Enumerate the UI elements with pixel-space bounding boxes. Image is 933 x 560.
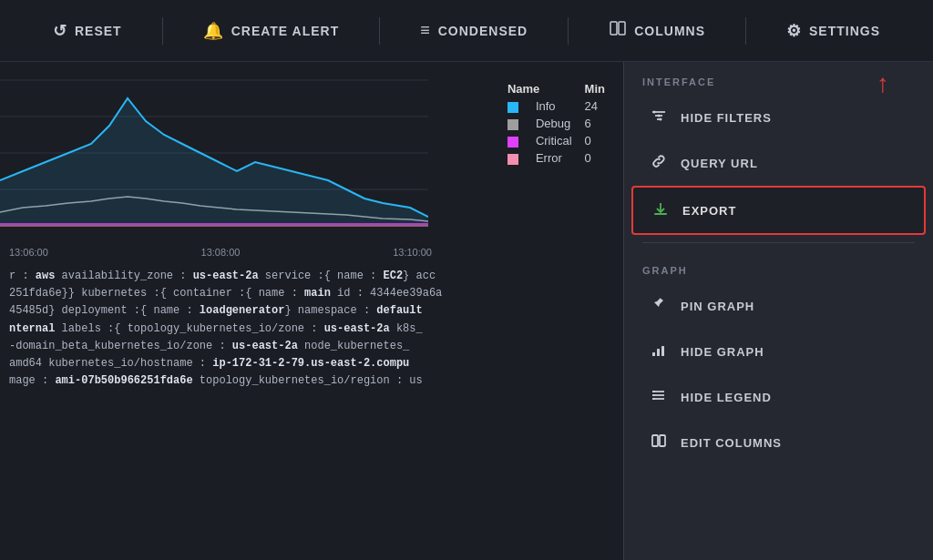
svg-rect-17 [661,346,664,356]
svg-rect-25 [660,435,665,446]
log-line-6: amd64 kubernetes_io/hostname : ip-172-31… [9,355,614,372]
debug-color [508,119,518,130]
toolbar-divider-4 [745,17,746,45]
reset-icon: ↺ [53,21,67,41]
condensed-button[interactable]: ≡ CONDENSED [409,14,538,47]
svg-rect-21 [652,391,655,392]
svg-rect-1 [619,22,625,35]
edit-columns-item[interactable]: EDIT COLUMNS [631,420,926,465]
x-label-3: 13:10:00 [393,247,432,258]
pin-graph-item[interactable]: PIN GRAPH [631,283,926,329]
hide-graph-item[interactable]: HIDE GRAPH [631,329,926,374]
export-icon [651,200,670,220]
x-label-1: 13:06:00 [9,247,48,258]
query-url-icon [650,153,668,173]
legend-min-header: Min [581,80,614,97]
query-url-label: QUERY URL [681,157,758,170]
create-alert-label: CREATE ALERT [231,24,340,38]
svg-point-11 [653,111,656,114]
logs-area: r : aws availability_zone : us-east-2a s… [0,262,623,395]
log-line-3: 45485d} deployment :{ name : loadgenerat… [9,302,614,320]
log-line-2: 251fda6e}} kubernetes :{ container :{ na… [9,285,614,302]
toolbar-divider-3 [568,17,569,45]
svg-point-12 [658,115,661,117]
log-line-1: r : aws availability_zone : us-east-2a s… [9,268,614,285]
svg-marker-7 [0,98,428,226]
error-color [508,154,518,165]
chart-svg [0,71,428,230]
export-label: EXPORT [682,204,736,218]
section-divider [642,242,915,243]
legend-table: Name Min Info 24 Debug 6 [504,80,614,167]
legend-row-critical: Critical 0 [504,132,614,149]
create-alert-button[interactable]: 🔔 CREATE ALERT [192,14,351,48]
graph-section-header: GRAPH [624,250,933,283]
hide-legend-label: HIDE LEGEND [681,391,772,404]
hide-graph-icon [650,341,668,361]
critical-label: Critical [532,132,581,149]
hide-filters-icon [650,107,668,127]
error-label: Error [532,149,581,167]
main-content: 13:06:00 13:08:00 13:10:00 Name Min [0,62,933,560]
export-item[interactable]: EXPORT [631,186,926,235]
settings-button[interactable]: ⚙ SETTINGS [775,14,891,48]
info-label: Info [532,97,581,115]
pin-graph-icon [650,296,668,316]
critical-color [508,137,518,148]
svg-rect-24 [652,435,658,446]
log-line-4: nternal labels :{ topology_kubernetes_io… [9,321,614,338]
alert-icon: 🔔 [203,21,224,41]
hide-legend-icon [650,387,668,407]
toolbar-divider-1 [162,17,163,45]
info-color [508,102,518,113]
left-panel: 13:06:00 13:08:00 13:10:00 Name Min [0,62,623,560]
legend-row-error: Error 0 [504,149,614,167]
columns-icon [609,19,627,42]
svg-rect-15 [652,352,655,356]
reset-button[interactable]: ↺ RESET [42,14,133,48]
log-line-7: mage : ami-07b50b966251fda6e topology_ku… [9,372,614,390]
edit-columns-label: EDIT COLUMNS [681,436,782,450]
edit-columns-icon [650,433,668,453]
pin-graph-label: PIN GRAPH [681,300,754,313]
svg-rect-23 [652,398,655,400]
hide-legend-item[interactable]: HIDE LEGEND [631,374,926,420]
legend-name-header: Name [504,80,581,97]
chart-legend: Name Min Info 24 Debug 6 [504,80,614,167]
settings-icon: ⚙ [786,21,802,41]
columns-button[interactable]: COLUMNS [598,12,716,49]
legend-row-debug: Debug 6 [504,115,614,132]
settings-arrow: ↑ [877,69,889,98]
error-value: 0 [581,149,614,167]
query-url-item[interactable]: QUERY URL [631,140,926,186]
hide-filters-label: HIDE FILTERS [681,111,772,125]
info-value: 24 [581,97,614,115]
svg-rect-22 [652,394,655,396]
legend-row-info: Info 24 [504,97,614,115]
hide-filters-item[interactable]: HIDE FILTERS [631,95,926,140]
svg-rect-0 [610,22,617,35]
svg-rect-14 [654,213,667,215]
toolbar: ↺ RESET 🔔 CREATE ALERT ≡ CONDENSED COLUM… [0,0,933,62]
hide-graph-label: HIDE GRAPH [681,345,764,359]
debug-label: Debug [532,115,581,132]
x-label-2: 13:08:00 [201,247,241,258]
svg-rect-16 [657,349,660,356]
critical-value: 0 [581,132,614,149]
reset-label: RESET [75,24,122,38]
debug-value: 6 [581,115,614,132]
condensed-icon: ≡ [420,21,431,40]
dropdown-panel: ↑ INTERFACE HIDE FILTERS [623,62,933,560]
toolbar-divider-2 [379,17,380,45]
chart-area: 13:06:00 13:08:00 13:10:00 Name Min [0,62,623,262]
svg-point-13 [660,118,662,121]
columns-label: COLUMNS [634,24,705,38]
chart-x-labels: 13:06:00 13:08:00 13:10:00 [0,247,441,258]
condensed-label: CONDENSED [438,24,528,38]
log-line-5: -domain_beta_kubernetes_io/zone : us-eas… [9,338,614,355]
settings-label: SETTINGS [809,24,880,38]
